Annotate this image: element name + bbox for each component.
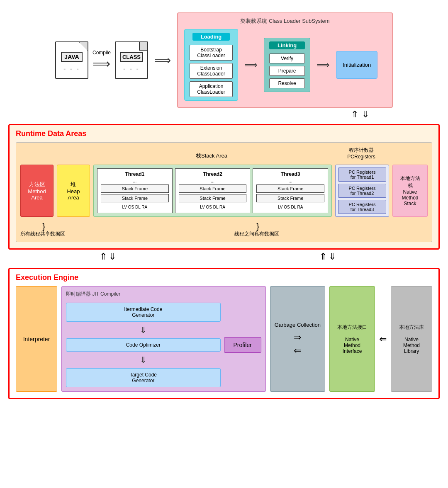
top-section: JAVA - - - Compile ⟹ CLASS - - - ⟹ 类装载系统… [8,8,440,108]
jit-inner: Itermediate CodeGenerator ⇓ Code Optimiz… [66,303,261,387]
gc-inner: Garbage Collection ⇒ ⇐ [275,322,321,356]
loading-title: Loading [192,33,230,41]
method-area-box: 方法区MethodArea [20,165,54,217]
thread2-sf2: Stack Frame [179,194,247,202]
thread3-col: Thread3 ... Stack Frame Stack Frame LV O… [253,168,328,213]
thread3-lv: LV OS DL RA [256,204,324,209]
arrow-up-left: ⇑ [100,251,107,262]
application-classloader: ApplicationClassLoader [190,81,233,97]
stack-area-label: 栈Stack Area [91,152,332,160]
runtime-area-labels: 栈Stack Area 程序计数器PCRegisters [20,147,428,161]
init-label: Initialization [343,62,371,68]
runtime-title: Runtime Data Areas [16,129,432,138]
loading-box: Loading BootstrapClassLoader ExtensionCl… [184,29,238,101]
compile-arrow: Compile ⟹ [93,50,111,71]
runtime-section: Runtime Data Areas 栈Stack Area 程序计数器PCRe… [8,124,440,250]
arrow-down-1: ⇓ [362,109,369,120]
thread2-col: Thread2 ... Stack Frame Stack Frame LV O… [175,168,251,213]
heap-area-label: 堆HeapArea [67,181,80,201]
shared-label: 所有线程共享数据区 [20,231,65,238]
jit-arrow-1: ⇓ [66,325,221,335]
prepare-item: Prepare [269,66,305,76]
nml-to-nmi-arrow: ⇐ [379,286,387,392]
diagram-container: JAVA - - - Compile ⟹ CLASS - - - ⟹ 类装载系统… [8,8,440,399]
heap-area-box: 堆HeapArea [57,165,90,217]
interpreter-box: Interpreter [16,286,57,392]
interpreter-label: Interpreter [23,336,50,342]
runtime-to-exec-arrows: ⇑ ⇓ ⇑ ⇓ [8,250,440,264]
arrow-down-right: ⇓ [329,251,336,262]
thread1-sf2: Stack Frame [101,194,169,202]
method-area-label: 方法区MethodArea [28,181,46,201]
linking-to-init-arrow: ⟹ [317,60,330,70]
thread1-title: Thread1 [101,171,169,177]
gc-label: Garbage Collection [275,322,321,328]
profiler-label: Profiler [234,342,252,348]
thread2-sf1: Stack Frame [179,185,247,193]
jit-step-1: Itermediate CodeGenerator [66,303,221,322]
execution-section: Execution Engine Interpreter 即时编译器 JIT C… [8,268,440,399]
jit-step-3: Target CodeGenerator [66,368,221,387]
jit-steps: Itermediate CodeGenerator ⇓ Code Optimiz… [66,303,221,387]
jit-step-2: Code Optimizer [66,338,221,352]
jit-arrow-2: ⇓ [66,355,221,365]
native-method-stack-box: 本地方法栈NativeMethodStack [392,165,428,217]
class-label: CLASS [120,52,143,62]
loading-to-linking-arrow: ⟹ [244,60,258,70]
linking-box: Linking Verify Prepare Resolve [264,38,310,92]
resolve-item: Resolve [269,78,305,88]
java-dots: - - - [63,65,80,73]
private-label-area: } 线程之间私有数据区 [65,222,428,238]
extension-classloader: ExtensionClassLoader [190,63,233,79]
thread3-sf1: Stack Frame [256,185,324,193]
nmi-box: 本地方法接口NativeMethodInterface [329,286,375,392]
left-brace: } [42,222,43,231]
thread1-sf1: Stack Frame [101,185,169,193]
private-label: 线程之间私有数据区 [234,231,279,238]
linking-title: Linking [269,41,305,49]
jit-title: 即时编译器 JIT Compiler [66,291,261,298]
pc-registers-box: PC Registersfor Thread1 PC Registersfor … [335,165,389,217]
right-arrow-pair: ⇑ ⇓ [319,251,336,262]
thread2-title: Thread2 [179,171,247,177]
left-arrow-pair: ⇑ ⇓ [100,251,116,262]
gc-box: Garbage Collection ⇒ ⇐ [270,286,325,392]
arrow-up-right: ⇑ [319,251,327,262]
arrow-down-left: ⇓ [109,251,116,262]
execution-inner: Interpreter 即时编译器 JIT Compiler Itermedia… [16,286,432,392]
pc-thread2: PC Registersfor Thread2 [338,184,386,198]
profiler-box: Profiler [224,337,261,353]
java-label: JAVA [61,52,82,62]
thread3-title: Thread3 [256,171,324,177]
runtime-areas-row: 方法区MethodArea 堆HeapArea Thread1 ... Stac… [20,165,428,217]
classloader-inner: Loading BootstrapClassLoader ExtensionCl… [184,29,386,101]
pc-label: 程序计数器PCRegisters [332,147,390,160]
runtime-inner: 栈Stack Area 程序计数器PCRegisters 方法区MethodAr… [16,142,432,242]
stack-area-box: Thread1 ... Stack Frame Stack Frame LV O… [93,165,332,217]
execution-title: Execution Engine [16,273,432,282]
classloader-box: 类装载系统 Class Loader SubSystem Loading Boo… [177,12,393,108]
gc-arrows: ⇒ ⇐ [294,332,301,356]
file-to-classloader-arrow: ⟹ [154,53,171,67]
runtime-brace-labels: } 所有线程共享数据区 } 线程之间私有数据区 [20,220,428,238]
class-file-icon: CLASS - - - [115,41,148,79]
classloader-to-runtime-arrows: ⇑ ⇓ [8,109,440,120]
pc-thread1: PC Registersfor Thread1 [338,168,386,182]
arrow-up-1: ⇑ [351,109,358,120]
nmi-label: 本地方法接口NativeMethodInterface [337,324,367,354]
jit-box: 即时编译器 JIT Compiler Itermediate CodeGener… [61,286,266,392]
compile-label: Compile [93,50,111,56]
verify-item: Verify [269,53,305,63]
class-dots: - - - [123,65,140,73]
thread3-sf2: Stack Frame [256,194,324,202]
gc-arrow-down: ⇐ [294,345,301,356]
classloader-title: 类装载系统 Class Loader SubSystem [184,17,386,25]
nml-label: 本地方法库NativeMethodLibrary [399,324,424,354]
pc-thread3: PC Registersfor Thread3 [338,200,386,214]
native-stack-label: 本地方法栈NativeMethodStack [400,175,420,206]
shared-label-area: } 所有线程共享数据区 [20,222,65,238]
init-box: Initialization [336,51,377,79]
right-brace: } [256,222,257,231]
bootstrap-classloader: BootstrapClassLoader [190,45,233,61]
thread2-lv: LV OS DL RA [179,204,247,209]
